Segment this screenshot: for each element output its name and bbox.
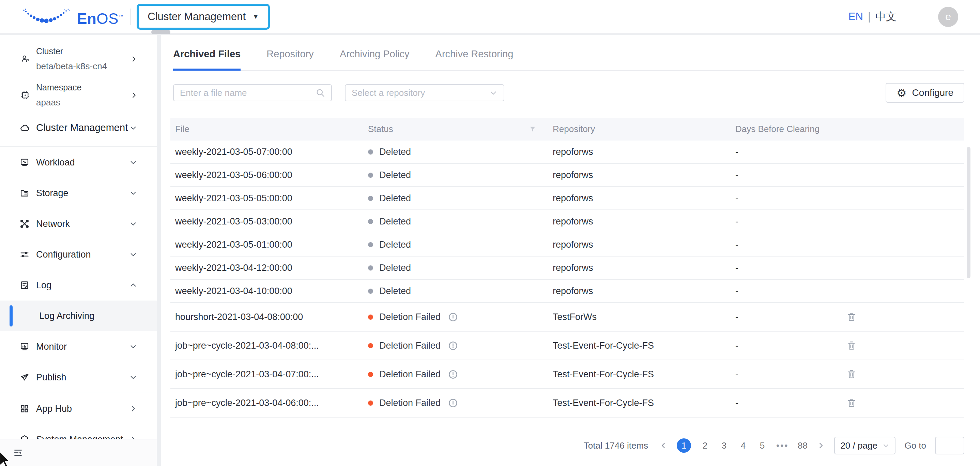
sidebar-item-log[interactable]: Log <box>0 270 157 300</box>
vertical-scrollbar[interactable] <box>967 147 970 278</box>
tab-archived-files[interactable]: Archived Files <box>173 48 240 70</box>
table-row[interactable]: hourshort-2021-03-04-08:00:00 Deletion F… <box>170 303 964 332</box>
tab-repository[interactable]: Repository <box>266 48 314 70</box>
collapse-sidebar-icon[interactable] <box>14 448 22 457</box>
sidebar-item-cluster-management[interactable]: Cluster Management <box>0 115 157 140</box>
sidebar-item-configuration[interactable]: Configuration <box>0 239 157 270</box>
file-cell: weekly-2021-03-05-03:00:00 <box>170 216 363 227</box>
page-2-button[interactable]: 2 <box>700 440 710 451</box>
sidebar: Cluster beta/beta-k8s-cn4 Namespace apaa… <box>0 35 157 466</box>
sidebar-item-log-archiving[interactable]: Log Archiving <box>0 300 157 331</box>
user-avatar[interactable]: e <box>938 7 958 27</box>
table-row[interactable]: job~pre~cycle-2021-03-04-08:00:... Delet… <box>170 332 964 360</box>
table-row[interactable]: weekly-2021-03-05-03:00:00 Deleted repof… <box>170 210 964 233</box>
days-cell: - <box>730 193 836 204</box>
chevron-down-icon <box>129 189 137 197</box>
sidebar-item-storage[interactable]: Storage <box>0 178 157 208</box>
tab-archive-restoring[interactable]: Archive Restoring <box>436 48 514 70</box>
column-header-file: File <box>170 124 363 134</box>
table-row[interactable]: weekly-2021-03-05-07:00:00 Deleted repof… <box>170 140 964 164</box>
file-search-input[interactable] <box>180 88 315 98</box>
status-cell: Deletion Failed <box>363 369 548 380</box>
sidebar-item-publish[interactable]: Publish <box>0 362 157 393</box>
sidebar-item-workload[interactable]: Workload <box>0 147 157 178</box>
status-text: Deleted <box>379 170 411 180</box>
page-5-button[interactable]: 5 <box>757 440 767 451</box>
enos-logo-swoosh-icon <box>21 7 72 26</box>
table-row[interactable]: weekly-2021-03-05-06:00:00 Deleted repof… <box>170 164 964 187</box>
topbar-divider <box>130 8 130 25</box>
cloud-icon <box>20 123 30 133</box>
table-row[interactable]: weekly-2021-03-04-12:00:00 Deleted repof… <box>170 257 964 280</box>
status-text: Deleted <box>379 239 411 250</box>
page-3-button[interactable]: 3 <box>719 440 729 451</box>
repository-cell: repoforws <box>548 193 730 204</box>
status-cell: Deleted <box>363 216 548 227</box>
tab-archiving-policy[interactable]: Archiving Policy <box>340 48 410 70</box>
status-dot-icon <box>368 314 373 320</box>
status-dot-icon <box>368 242 373 247</box>
sidebar-item-network[interactable]: Network <box>0 208 157 239</box>
delete-file-button[interactable] <box>846 398 857 408</box>
info-icon[interactable] <box>448 341 458 351</box>
page-4-button[interactable]: 4 <box>738 440 748 451</box>
active-indicator-bar <box>10 305 13 327</box>
page-88-button[interactable]: 88 <box>797 440 808 451</box>
filter-bar: Select a repository ⚙ Configure <box>173 83 964 103</box>
info-icon[interactable] <box>448 369 458 379</box>
topbar: EnOS™ Cluster Management ▼ EN | 中文 e <box>0 0 980 34</box>
file-cell: weekly-2021-03-04-12:00:00 <box>170 263 363 273</box>
status-cell: Deletion Failed <box>363 398 548 409</box>
namespace-icon <box>21 90 30 100</box>
repository-cell: repoforws <box>548 239 730 250</box>
filter-funnel-icon[interactable] <box>529 126 536 133</box>
delete-file-button[interactable] <box>846 312 857 322</box>
table-row[interactable]: job~pre~cycle-2021-03-04-07:00:... Delet… <box>170 360 964 389</box>
page-1-button[interactable]: 1 <box>677 438 691 453</box>
file-cell: weekly-2021-03-05-05:00:00 <box>170 193 363 204</box>
sidebar-item-cluster-context[interactable]: Cluster beta/beta-k8s-cn4 <box>0 41 157 77</box>
chevron-up-icon <box>129 281 137 289</box>
page-size-select[interactable]: 20 / page <box>834 437 896 455</box>
repository-cell: Test-Event-For-Cycle-FS <box>548 369 730 380</box>
caret-down-icon: ▼ <box>253 13 259 21</box>
repository-cell: repoforws <box>548 263 730 273</box>
sidebar-item-app-hub[interactable]: App Hub <box>0 393 157 424</box>
file-cell: job~pre~cycle-2021-03-04-08:00:... <box>170 340 363 351</box>
namespace-value: apaas <box>36 97 157 108</box>
table-row[interactable]: weekly-2021-03-04-10:00:00 Deleted repof… <box>170 280 964 303</box>
info-icon[interactable] <box>448 398 458 408</box>
table-row[interactable]: weekly-2021-03-05-01:00:00 Deleted repof… <box>170 233 964 257</box>
tab-bar: Archived Files Repository Archiving Poli… <box>173 35 964 70</box>
table-row[interactable]: weekly-2021-03-05-05:00:00 Deleted repof… <box>170 187 964 210</box>
next-page-button[interactable] <box>816 442 825 449</box>
goto-page-input[interactable] <box>935 437 964 455</box>
status-text: Deleted <box>379 193 411 204</box>
chevron-down-icon <box>129 373 137 381</box>
info-icon[interactable] <box>448 312 458 322</box>
publish-icon <box>20 372 29 382</box>
delete-file-button[interactable] <box>846 369 857 379</box>
status-cell: Deleted <box>363 239 548 250</box>
search-icon[interactable] <box>315 88 325 97</box>
previous-page-button[interactable] <box>659 442 668 449</box>
lang-zh[interactable]: 中文 <box>875 10 897 24</box>
configure-button[interactable]: ⚙ Configure <box>886 83 964 103</box>
more-pages-ellipsis[interactable]: ••• <box>776 440 789 451</box>
sidebar-item-namespace-context[interactable]: Namespace apaas <box>0 77 157 113</box>
app-switcher-dropdown[interactable]: Cluster Management ▼ <box>137 4 270 30</box>
repository-cell: repoforws <box>548 170 730 180</box>
sidebar-item-monitor[interactable]: Monitor <box>0 331 157 362</box>
lang-en[interactable]: EN <box>848 11 863 23</box>
repository-cell: Test-Event-For-Cycle-FS <box>548 340 730 351</box>
file-cell: weekly-2021-03-05-07:00:00 <box>170 147 363 157</box>
status-text: Deleted <box>379 263 411 273</box>
file-cell: hourshort-2021-03-04-08:00:00 <box>170 312 363 322</box>
delete-file-button[interactable] <box>846 340 857 351</box>
status-dot-icon <box>368 343 373 348</box>
days-cell: - <box>730 312 836 322</box>
table-row[interactable]: job~pre~cycle-2021-03-04-06:00:... Delet… <box>170 389 964 418</box>
file-cell: weekly-2021-03-04-10:00:00 <box>170 286 363 297</box>
repository-select[interactable]: Select a repository <box>345 84 504 101</box>
network-icon <box>20 219 29 228</box>
